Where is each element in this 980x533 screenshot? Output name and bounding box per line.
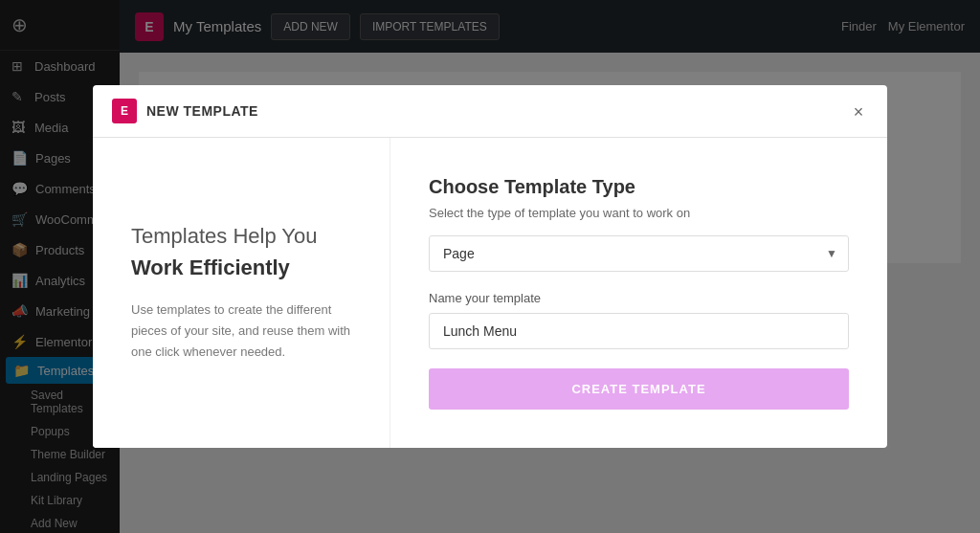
modal-header: E NEW TEMPLATE × bbox=[93, 85, 887, 138]
modal-description: Use templates to create the different pi… bbox=[131, 300, 351, 363]
modal-title: NEW TEMPLATE bbox=[146, 103, 258, 119]
template-type-select[interactable]: Page Section Single Archive Header Foote… bbox=[429, 235, 849, 272]
choose-template-title: Choose Template Type bbox=[429, 176, 849, 198]
create-template-button[interactable]: CREATE TEMPLATE bbox=[429, 368, 849, 410]
name-template-label: Name your template bbox=[429, 291, 849, 305]
new-template-modal: E NEW TEMPLATE × Templates Help You Work… bbox=[93, 85, 887, 448]
modal-body: Templates Help You Work Efficiently Use … bbox=[93, 138, 887, 448]
modal-bold-line: Work Efficiently bbox=[131, 255, 351, 280]
modal-overlay[interactable]: E NEW TEMPLATE × Templates Help You Work… bbox=[0, 0, 980, 533]
modal-right-panel: Choose Template Type Select the type of … bbox=[390, 138, 887, 448]
template-type-select-wrapper: Page Section Single Archive Header Foote… bbox=[429, 235, 849, 272]
modal-tagline: Templates Help You bbox=[131, 222, 351, 252]
modal-close-button[interactable]: × bbox=[845, 99, 872, 125]
template-name-input[interactable] bbox=[429, 313, 849, 349]
modal-left-panel: Templates Help You Work Efficiently Use … bbox=[93, 138, 390, 448]
choose-template-subtitle: Select the type of template you want to … bbox=[429, 206, 849, 220]
modal-logo: E bbox=[112, 99, 137, 123]
